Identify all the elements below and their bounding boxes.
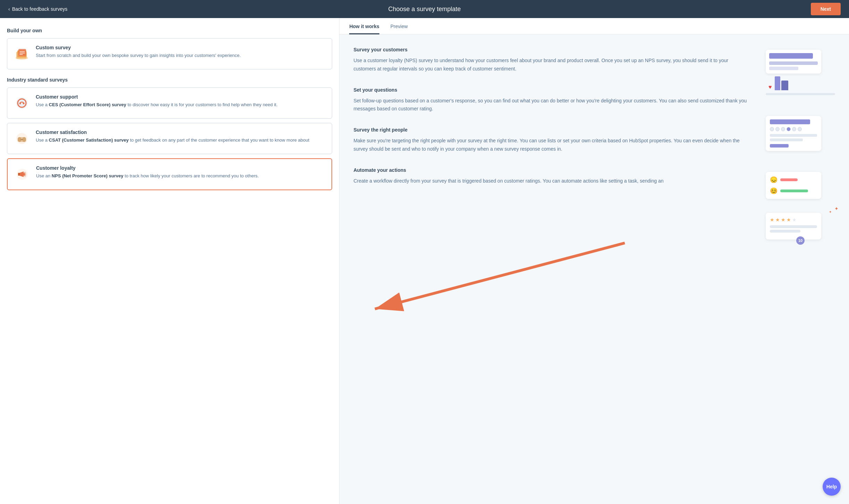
auto-bar-2 — [770, 230, 800, 233]
help-button[interactable]: Help — [823, 478, 841, 496]
rating-dot-6 — [798, 127, 802, 131]
illus-bar-1 — [769, 53, 813, 59]
illus-nps-section: ♥ — [766, 50, 835, 95]
illus-q-bar2 — [770, 138, 803, 141]
customer-support-content: Customer support Use a CES (Customer Eff… — [36, 94, 278, 108]
app-header: ‹ Back to feedback surveys Choose a surv… — [0, 0, 849, 18]
illus-bar-3 — [769, 67, 798, 70]
custom-survey-title: Custom survey — [36, 45, 241, 50]
rating-dot-5 — [792, 127, 796, 131]
illustrations-column: ♥ — [766, 47, 835, 240]
face-row-sad: 😞 — [770, 176, 817, 184]
illus-questions-card — [766, 116, 821, 151]
customer-loyalty-title: Customer loyalty — [36, 165, 259, 171]
star-5: ★ — [792, 217, 797, 222]
customer-satisfaction-icon — [13, 129, 31, 148]
next-button[interactable]: Next — [811, 3, 841, 15]
tab-how-it-works[interactable]: How it works — [349, 18, 379, 34]
rating-dot-2 — [775, 127, 780, 131]
customer-loyalty-content: Customer loyalty Use an NPS (Net Promote… — [36, 165, 259, 179]
rating-dot-4 — [787, 127, 791, 131]
custom-survey-content: Custom survey Start from scratch and bui… — [36, 45, 241, 59]
happy-face-icon: 😊 — [770, 187, 777, 195]
customer-satisfaction-title: Customer satisfaction — [36, 129, 309, 135]
section-survey-customers: Survey your customers Use a customer loy… — [353, 47, 749, 73]
industry-label: Industry standard surveys — [7, 77, 332, 83]
svg-point-9 — [19, 103, 21, 104]
building-tower-2 — [781, 81, 788, 90]
sparkle-small-icon: ✦ — [829, 210, 832, 214]
custom-survey-icon — [13, 45, 31, 63]
illus-q-bar1 — [770, 134, 817, 137]
back-label: Back to feedback surveys — [12, 6, 68, 12]
customer-satisfaction-desc: Use a CSAT (Customer Satisfaction) surve… — [36, 137, 309, 144]
illus-rating-row — [770, 127, 817, 131]
illus-bar-2 — [769, 61, 818, 65]
section-title-1: Survey your customers — [353, 47, 749, 52]
customer-support-title: Customer support — [36, 94, 278, 100]
customer-support-icon — [13, 94, 31, 112]
heart-icon: ♥ — [768, 84, 772, 90]
svg-rect-3 — [18, 49, 26, 56]
number-badge: 10 — [796, 236, 805, 245]
happy-bar — [780, 190, 808, 192]
tab-preview[interactable]: Preview — [390, 18, 408, 34]
rating-dot-3 — [781, 127, 785, 131]
section-title-2: Set your questions — [353, 87, 749, 93]
star-3: ★ — [781, 217, 785, 222]
face-row-happy: 😊 — [770, 187, 817, 195]
section-automate: Automate your actions Create a workflow … — [353, 167, 749, 185]
section-body-2: Set follow-up questions based on a custo… — [353, 97, 749, 114]
chevron-left-icon: ‹ — [8, 6, 10, 12]
customer-satisfaction-card[interactable]: Customer satisfaction Use a CSAT (Custom… — [7, 123, 332, 154]
illus-submit-btn — [770, 144, 789, 148]
customer-support-desc: Use a CES (Customer Effort Score) survey… — [36, 101, 278, 108]
illus-questions-section — [766, 116, 835, 151]
content-text: Survey your customers Use a customer loy… — [353, 47, 749, 240]
customer-support-card[interactable]: Customer support Use a CES (Customer Eff… — [7, 87, 332, 119]
customer-satisfaction-content: Customer satisfaction Use a CSAT (Custom… — [36, 129, 309, 144]
section-body-1: Use a customer loyalty (NPS) survey to u… — [353, 57, 749, 73]
section-right-people: Survey the right people Make sure you're… — [353, 127, 749, 153]
section-set-questions: Set your questions Set follow-up questio… — [353, 87, 749, 114]
illus-q-title — [770, 119, 810, 124]
page-title: Choose a survey template — [388, 6, 461, 13]
right-panel: How it works Preview Survey your custome… — [339, 18, 849, 504]
illus-targeting-section: 😞 😊 — [766, 172, 835, 199]
illus-progress-1 — [766, 93, 835, 95]
main-container: Build your own Custom survey Start fr — [0, 18, 849, 504]
svg-rect-17 — [18, 173, 20, 176]
rating-dot-1 — [770, 127, 774, 131]
section-title-4: Automate your actions — [353, 167, 749, 173]
section-title-3: Survey the right people — [353, 127, 749, 133]
tabs-bar: How it works Preview — [339, 18, 849, 34]
illus-stars-card: ★ ★ ★ ★ ★ — [766, 213, 821, 240]
section-body-3: Make sure you're targeting the right peo… — [353, 137, 749, 153]
sad-face-icon: 😞 — [770, 176, 777, 184]
illus-automation-section: ★ ★ ★ ★ ★ ✦ ✦ 10 — [766, 213, 835, 240]
build-own-label: Build your own — [7, 28, 332, 33]
left-panel: Build your own Custom survey Start fr — [0, 18, 339, 504]
custom-survey-card[interactable]: Custom survey Start from scratch and bui… — [7, 38, 332, 69]
customer-loyalty-desc: Use an NPS (Net Promoter Score) survey t… — [36, 173, 259, 179]
illus-building-group: ♥ — [766, 76, 835, 90]
customer-loyalty-card[interactable]: Customer loyalty Use an NPS (Net Promote… — [7, 158, 332, 190]
illus-nps-card — [766, 50, 821, 74]
stars-row: ★ ★ ★ ★ ★ — [770, 217, 817, 222]
star-4: ★ — [787, 217, 791, 222]
svg-point-10 — [23, 103, 25, 104]
star-1: ★ — [770, 217, 774, 222]
building-tower-1 — [775, 76, 780, 90]
svg-rect-15 — [20, 139, 23, 140]
content-area: Survey your customers Use a customer loy… — [339, 34, 849, 252]
illus-faces-card: 😞 😊 — [766, 172, 821, 199]
section-body-4: Create a workflow directly from your sur… — [353, 177, 749, 185]
custom-survey-desc: Start from scratch and build your own be… — [36, 52, 241, 59]
star-2: ★ — [775, 217, 780, 222]
customer-loyalty-icon — [13, 165, 31, 183]
sad-bar — [780, 178, 798, 181]
industry-section: Industry standard surveys Customer suppo… — [7, 77, 332, 190]
back-link[interactable]: ‹ Back to feedback surveys — [8, 6, 67, 12]
illus-building — [775, 76, 788, 90]
sparkle-icon: ✦ — [834, 206, 839, 211]
